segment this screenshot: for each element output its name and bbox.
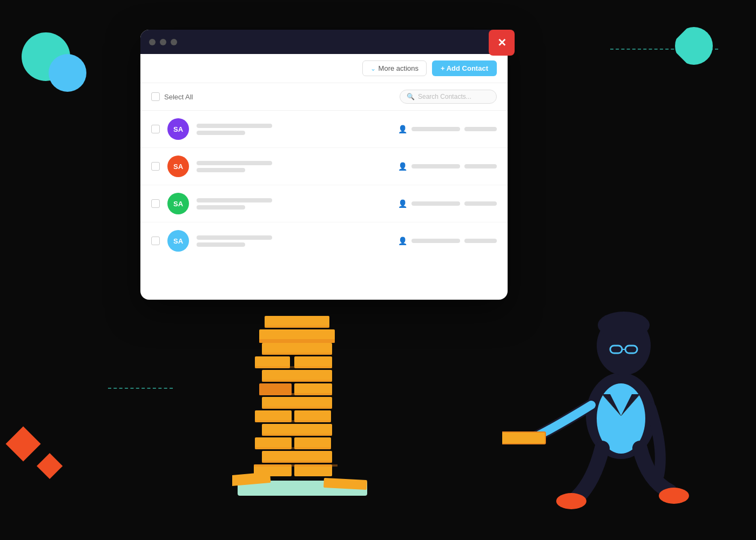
svg-point-35 [598, 312, 650, 339]
deco-circle-blue [49, 54, 86, 92]
person-icon: 👤 [398, 237, 407, 245]
contact-email-placeholder [197, 131, 245, 135]
contact-row[interactable]: SA 👤 [140, 111, 508, 148]
contact-info [197, 161, 390, 172]
contact-checkbox[interactable] [151, 199, 160, 208]
contact-name-placeholder [197, 124, 272, 128]
person-icon: 👤 [398, 162, 407, 171]
deco-moon [675, 27, 713, 65]
svg-rect-5 [262, 461, 332, 463]
meta-bar-2 [464, 164, 497, 168]
search-icon: 🔍 [407, 93, 415, 100]
add-contact-button[interactable]: + Add Contact [432, 60, 497, 76]
contact-meta: 👤 [398, 237, 497, 245]
svg-rect-3 [254, 464, 338, 467]
contact-meta: 👤 [398, 125, 497, 133]
svg-rect-20 [262, 380, 332, 382]
close-icon: ✕ [497, 36, 507, 49]
contact-checkbox[interactable] [151, 162, 160, 171]
deco-circle-teal [22, 32, 70, 81]
svg-rect-10 [262, 434, 332, 436]
avatar-initials: SA [173, 237, 183, 245]
avatar-initials: SA [173, 200, 183, 208]
svg-rect-15 [262, 407, 332, 409]
meta-bar-2 [464, 201, 497, 206]
select-all-label: Select All [164, 93, 193, 101]
avatar: SA [167, 193, 189, 214]
svg-rect-18 [259, 393, 332, 395]
contact-info [197, 124, 390, 135]
more-actions-button[interactable]: ⌄ More actions [362, 60, 427, 76]
search-box[interactable]: 🔍 Search Contacts... [400, 90, 497, 104]
svg-rect-39 [502, 432, 545, 444]
svg-rect-25 [262, 353, 332, 355]
more-actions-label: More actions [379, 64, 418, 72]
select-all-row: Select All [151, 92, 193, 101]
deco-dashed-line-top [610, 49, 718, 50]
jenga-svg [232, 200, 394, 497]
meta-bar-1 [411, 201, 460, 206]
contact-meta: 👤 [398, 199, 497, 208]
select-all-checkbox[interactable] [151, 92, 160, 101]
character-illustration [502, 265, 729, 524]
card-titlebar [140, 30, 508, 54]
avatar: SA [167, 230, 189, 252]
meta-bar-1 [411, 239, 460, 243]
meta-bar-1 [411, 164, 460, 168]
meta-bar-2 [464, 127, 497, 131]
avatar-initials: SA [173, 163, 183, 171]
chevron-down-icon: ⌄ [370, 65, 376, 72]
deco-dashed-line-bottom-left [108, 388, 173, 389]
close-button[interactable]: ✕ [489, 30, 515, 56]
contact-checkbox[interactable] [151, 125, 160, 133]
svg-rect-23 [255, 366, 332, 368]
search-input-placeholder: Search Contacts... [418, 93, 471, 100]
avatar: SA [167, 156, 189, 177]
titlebar-dot-3 [171, 39, 177, 45]
contact-email-placeholder [197, 168, 245, 172]
svg-rect-29 [265, 326, 329, 328]
contact-checkbox[interactable] [151, 237, 160, 245]
jenga-illustration [232, 200, 394, 497]
svg-point-41 [659, 488, 689, 504]
titlebar-dot-1 [149, 39, 156, 45]
avatar: SA [167, 118, 189, 140]
contact-name-placeholder [197, 161, 272, 165]
svg-rect-13 [255, 420, 331, 422]
character-svg [502, 265, 729, 524]
contact-row[interactable]: SA 👤 [140, 148, 508, 185]
svg-rect-8 [255, 447, 331, 449]
person-icon: 👤 [398, 125, 407, 133]
filter-row: Select All 🔍 Search Contacts... [140, 83, 508, 111]
svg-point-40 [556, 493, 586, 509]
card-toolbar: ⌄ More actions + Add Contact [140, 54, 508, 83]
person-icon: 👤 [398, 199, 407, 208]
svg-rect-27 [259, 339, 335, 343]
add-contact-label: + Add Contact [441, 64, 488, 72]
contact-meta: 👤 [398, 162, 497, 171]
titlebar-dot-2 [160, 39, 166, 45]
meta-bar-2 [464, 239, 497, 243]
meta-bar-1 [411, 127, 460, 131]
avatar-initials: SA [173, 125, 183, 133]
